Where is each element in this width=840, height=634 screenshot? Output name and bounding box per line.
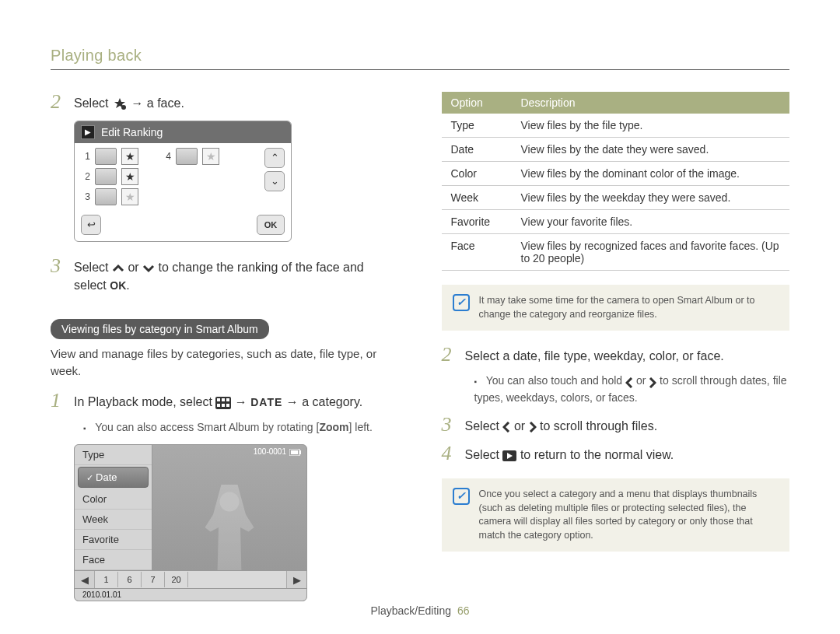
menu-item-face[interactable]: Face: [75, 550, 152, 570]
svg-rect-6: [222, 404, 225, 407]
note-text: Once you select a category and a menu th…: [479, 488, 779, 542]
step-3r: 3 Select or to scroll through files.: [442, 415, 790, 436]
menu-item-week[interactable]: Week: [75, 510, 152, 530]
info-icon: ✓: [453, 294, 470, 311]
footer-page-number: 66: [457, 604, 470, 617]
text: You can also touch and hold: [486, 374, 625, 387]
step-4r: 4 Select to return to the normal view.: [442, 443, 790, 464]
star-person-icon: [112, 96, 128, 113]
person-silhouette: [202, 485, 257, 570]
page-num: 6: [118, 572, 142, 587]
text: .: [126, 278, 129, 292]
text: Select: [74, 96, 112, 110]
page-footer: Playback/Editing 66: [0, 604, 840, 617]
rank-row: 2 ★: [81, 168, 260, 185]
table-row: ColorView files by the dominant color of…: [442, 162, 790, 186]
menu-item-date[interactable]: Date: [78, 467, 149, 488]
chevron-down-icon: [142, 260, 155, 277]
sub-bullet: You can also access Smart Album by rotat…: [83, 419, 399, 435]
step-2: 2 Select → a face.: [51, 92, 399, 113]
opt-desc: View your favorite files.: [512, 210, 790, 234]
rank-down-button[interactable]: ⌄: [264, 171, 285, 191]
rank-row: 3 ★: [81, 188, 260, 205]
opt-name: Week: [442, 186, 512, 210]
smart-album-screenshot: Type Date Color Week Favorite Face 100-0…: [74, 444, 307, 601]
next-page-button[interactable]: ▶: [286, 571, 306, 588]
info-icon: ✓: [453, 488, 470, 505]
smart-album-menu: Type Date Color Week Favorite Face: [75, 445, 152, 570]
edit-ranking-screenshot: ▶ Edit Ranking 1 ★ 4 ★ 2: [74, 121, 292, 242]
table-row: FaceView files by recognized faces and f…: [442, 234, 790, 271]
text: Select: [465, 448, 503, 461]
text: or: [636, 374, 649, 387]
step-number: 1: [51, 391, 65, 411]
note-box: ✓ Once you select a category and a menu …: [442, 478, 790, 552]
svg-rect-4: [226, 398, 229, 401]
menu-item-type[interactable]: Type: [75, 445, 152, 465]
star-icon: ★: [121, 148, 138, 165]
step-text: Select or to change the ranking of the f…: [74, 256, 399, 294]
svg-rect-7: [226, 404, 229, 407]
rank-number: 2: [81, 171, 90, 182]
section-body: View and manage files by categories, suc…: [51, 345, 399, 380]
svg-rect-9: [291, 450, 298, 454]
text: to scroll through files.: [540, 419, 657, 433]
opt-desc: View files by recognized faces and favor…: [512, 234, 790, 271]
back-button[interactable]: ↩: [81, 215, 101, 235]
rank-number: 3: [81, 191, 90, 202]
step-number: 3: [51, 256, 65, 276]
opt-desc: View files by the dominant color of the …: [512, 162, 790, 186]
preview-area: 100-0001: [152, 445, 306, 570]
rank-up-button[interactable]: ⌃: [264, 148, 285, 168]
step-text: Select to return to the normal view.: [465, 443, 674, 464]
opt-name: Type: [442, 114, 512, 138]
zoom-label: Zoom: [319, 421, 348, 433]
edit-ranking-title: Edit Ranking: [101, 126, 163, 138]
face-thumbnail: [95, 148, 117, 165]
edit-ranking-titlebar: ▶ Edit Ranking: [75, 121, 291, 143]
table-row: DateView files by the date they were sav…: [442, 138, 790, 162]
step-text: Select → a face.: [74, 92, 184, 113]
chevron-up-icon: [112, 260, 124, 277]
opt-name: Favorite: [442, 210, 512, 234]
rank-number: 1: [81, 151, 90, 162]
menu-item-color[interactable]: Color: [75, 489, 152, 510]
options-table: Option Description TypeView files by the…: [442, 92, 790, 271]
svg-rect-5: [217, 404, 220, 407]
prev-page-button[interactable]: ◀: [75, 571, 95, 588]
text: In Playback mode, select: [74, 395, 215, 408]
page-num: 1: [95, 572, 118, 587]
table-row: TypeView files by the file type.: [442, 114, 790, 138]
svg-rect-10: [299, 450, 301, 454]
rank-row: 1 ★ 4 ★: [81, 148, 260, 165]
text: You can also access Smart Album by rotat…: [95, 421, 319, 433]
opt-desc: View files by the date they were saved.: [512, 138, 790, 162]
step-number: 2: [51, 92, 65, 112]
chevron-right-icon: [649, 374, 656, 390]
chevron-left-icon: [502, 419, 510, 436]
step-text: In Playback mode, select → DATE → a cate…: [74, 391, 362, 412]
opt-name: Date: [442, 138, 512, 162]
text: Select: [465, 419, 503, 433]
ok-button[interactable]: OK: [257, 215, 285, 235]
text: → a category.: [286, 395, 362, 408]
menu-item-favorite[interactable]: Favorite: [75, 530, 152, 550]
battery-icon: [289, 447, 302, 456]
right-column: Option Description TypeView files by the…: [442, 92, 790, 601]
step-text: Select or to scroll through files.: [465, 415, 658, 436]
play-icon: ▶: [81, 125, 95, 139]
text: →: [235, 395, 250, 408]
svg-rect-3: [222, 398, 225, 401]
file-number: 100-0001: [254, 447, 286, 456]
text: ] left.: [349, 421, 373, 433]
sub-bullet: You can also touch and hold or to scroll…: [474, 373, 790, 405]
rank-number: 4: [162, 151, 171, 162]
chevron-right-icon: [529, 419, 537, 436]
note-box: ✓ It may take some time for the camera t…: [442, 285, 790, 331]
step-3: 3 Select or to change the ranking of the…: [51, 256, 399, 294]
face-thumbnail: [176, 148, 198, 165]
opt-name: Color: [442, 162, 512, 186]
text: to return to the normal view.: [520, 448, 674, 461]
page-num: 7: [142, 572, 165, 587]
step-number: 2: [442, 345, 456, 365]
